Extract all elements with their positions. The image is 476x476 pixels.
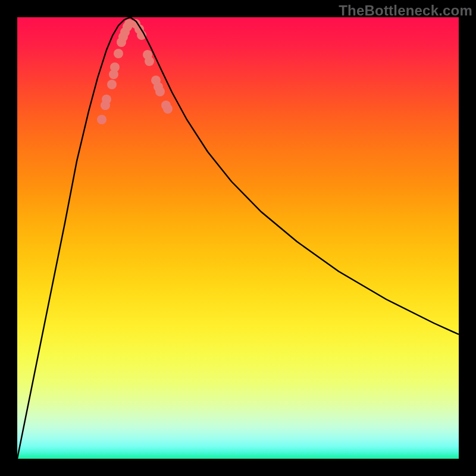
data-marker	[97, 115, 107, 124]
markers-group	[97, 19, 173, 124]
chart-svg	[17, 17, 459, 459]
brand-watermark: TheBottleneck.com	[339, 2, 472, 19]
data-marker	[163, 104, 173, 114]
chart-frame: TheBottleneck.com	[0, 0, 476, 476]
data-marker	[107, 80, 117, 89]
right-curve	[130, 17, 459, 334]
data-marker	[114, 49, 123, 58]
plot-area	[17, 17, 459, 459]
data-marker	[155, 87, 165, 96]
data-marker	[145, 57, 154, 66]
data-marker	[102, 95, 111, 104]
data-marker	[110, 62, 120, 72]
